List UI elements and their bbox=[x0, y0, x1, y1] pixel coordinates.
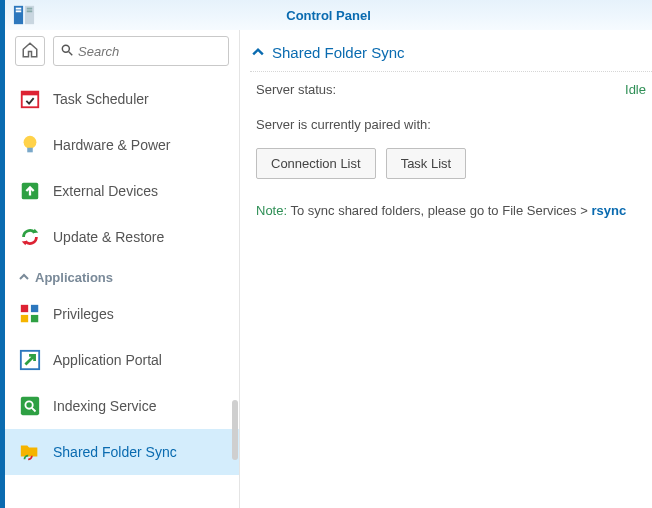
sidebar-item-label: Privileges bbox=[53, 306, 114, 322]
sidebar-section-applications[interactable]: Applications bbox=[5, 260, 239, 291]
svg-rect-18 bbox=[31, 315, 38, 322]
sidebar-item-label: Indexing Service bbox=[53, 398, 157, 414]
svg-rect-9 bbox=[22, 92, 39, 96]
svg-rect-5 bbox=[27, 10, 33, 12]
sidebar-item-external-devices[interactable]: External Devices bbox=[5, 168, 239, 214]
portal-icon bbox=[19, 349, 41, 371]
svg-rect-17 bbox=[21, 315, 28, 322]
svg-point-10 bbox=[24, 136, 37, 149]
chevron-up-icon bbox=[19, 270, 29, 285]
svg-rect-15 bbox=[21, 305, 28, 312]
svg-line-7 bbox=[69, 51, 73, 55]
task-list-button[interactable]: Task List bbox=[386, 148, 467, 179]
status-value: Idle bbox=[625, 82, 646, 97]
refresh-icon bbox=[19, 226, 41, 248]
search-box[interactable] bbox=[53, 36, 229, 66]
svg-rect-11 bbox=[27, 148, 33, 153]
window-title: Control Panel bbox=[286, 8, 371, 23]
sidebar-item-task-scheduler[interactable]: Task Scheduler bbox=[5, 76, 239, 122]
home-icon bbox=[21, 41, 39, 62]
app-icon bbox=[13, 4, 35, 26]
sidebar-item-privileges[interactable]: Privileges bbox=[5, 291, 239, 337]
svg-rect-4 bbox=[27, 8, 33, 10]
note-prefix: Note: bbox=[256, 203, 287, 218]
external-up-icon bbox=[19, 180, 41, 202]
svg-rect-2 bbox=[16, 10, 22, 12]
paired-label: Server is currently paired with: bbox=[256, 117, 646, 132]
sidebar-item-hardware-power[interactable]: Hardware & Power bbox=[5, 122, 239, 168]
window-body: Task Scheduler Hardware & Power External… bbox=[5, 30, 652, 508]
sidebar: Task Scheduler Hardware & Power External… bbox=[5, 30, 240, 508]
folder-sync-icon bbox=[19, 441, 41, 463]
note-body: To sync shared folders, please go to Fil… bbox=[287, 203, 591, 218]
calendar-check-icon bbox=[19, 88, 41, 110]
magnify-square-icon bbox=[19, 395, 41, 417]
sidebar-item-label: External Devices bbox=[53, 183, 158, 199]
section-toggle-shared-folder-sync[interactable]: Shared Folder Sync bbox=[250, 40, 652, 72]
sidebar-item-label: Shared Folder Sync bbox=[53, 444, 177, 460]
sidebar-item-update-restore[interactable]: Update & Restore bbox=[5, 214, 239, 260]
sidebar-item-application-portal[interactable]: Application Portal bbox=[5, 337, 239, 383]
svg-point-6 bbox=[62, 45, 69, 52]
sidebar-item-shared-folder-sync[interactable]: Shared Folder Sync bbox=[5, 429, 239, 475]
sidebar-item-label: Hardware & Power bbox=[53, 137, 171, 153]
svg-rect-16 bbox=[31, 305, 38, 312]
window-header: Control Panel bbox=[5, 0, 652, 30]
sidebar-item-label: Update & Restore bbox=[53, 229, 164, 245]
search-icon bbox=[60, 43, 74, 60]
chevron-up-icon bbox=[252, 44, 264, 61]
grid-icon bbox=[19, 303, 41, 325]
svg-rect-1 bbox=[16, 8, 22, 10]
sidebar-item-indexing-service[interactable]: Indexing Service bbox=[5, 383, 239, 429]
sidebar-item-label: Task Scheduler bbox=[53, 91, 149, 107]
button-row: Connection List Task List bbox=[250, 142, 652, 185]
sidebar-top-row bbox=[5, 30, 239, 72]
status-label: Server status: bbox=[256, 82, 625, 97]
sidebar-item-label: Application Portal bbox=[53, 352, 162, 368]
control-panel-window: Control Panel bbox=[0, 0, 652, 508]
section-title-text: Shared Folder Sync bbox=[272, 44, 405, 61]
lightbulb-icon bbox=[19, 134, 41, 156]
connection-list-button[interactable]: Connection List bbox=[256, 148, 376, 179]
sidebar-scrollbar[interactable] bbox=[232, 400, 238, 460]
svg-rect-20 bbox=[21, 397, 39, 415]
paired-row: Server is currently paired with: bbox=[250, 107, 652, 142]
sidebar-section-label: Applications bbox=[35, 270, 113, 285]
search-input[interactable] bbox=[78, 44, 222, 59]
home-button[interactable] bbox=[15, 36, 45, 66]
note-link-rsync[interactable]: rsync bbox=[591, 203, 626, 218]
note-text: Note: To sync shared folders, please go … bbox=[250, 185, 652, 236]
status-row: Server status: Idle bbox=[250, 72, 652, 107]
sidebar-nav: Task Scheduler Hardware & Power External… bbox=[5, 72, 239, 508]
main-content: Shared Folder Sync Server status: Idle S… bbox=[240, 30, 652, 508]
